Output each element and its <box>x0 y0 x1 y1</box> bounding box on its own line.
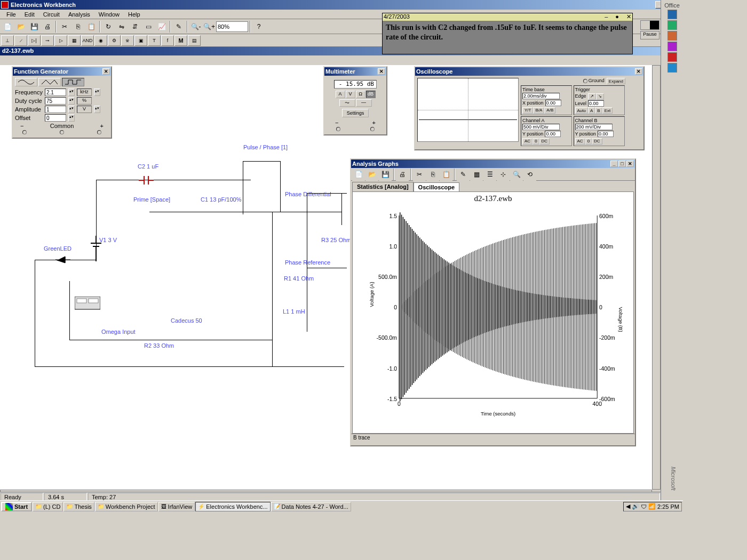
analysis-graphs-window[interactable]: Analysis Graphs _ □ ✕ 📄 📂 💾 🖨 ✂ ⎘ 📋 ✎ ▦ … <box>350 158 636 446</box>
instrument-button[interactable]: ▣ <box>134 35 147 46</box>
tray-icon[interactable]: 📶 <box>648 503 656 510</box>
common-terminal[interactable] <box>60 130 64 134</box>
amplitude-input[interactable] <box>45 106 66 113</box>
save-button[interactable]: 💾 <box>28 20 41 33</box>
sticky-note[interactable]: 4/27/2003 – ● ✕ This run is with C2 chan… <box>382 13 633 54</box>
text-button[interactable]: T <box>148 35 161 46</box>
max-icon[interactable]: □ <box>618 161 626 167</box>
paste-button[interactable]: 📋 <box>85 20 98 33</box>
tab-oscilloscope[interactable]: Oscilloscope <box>414 182 459 192</box>
menu-help[interactable]: Help <box>124 11 145 18</box>
ag-cut[interactable]: ✂ <box>413 168 426 181</box>
excel-icon[interactable] <box>667 20 677 30</box>
led-icon[interactable] <box>55 254 70 265</box>
tray-icon[interactable]: 🔊 <box>632 503 639 510</box>
vertical-scrollbar[interactable] <box>652 65 661 490</box>
mixed-button[interactable]: ▦ <box>68 35 81 46</box>
pos-terminal[interactable] <box>97 130 101 134</box>
analog-button[interactable]: ▷ <box>54 35 67 46</box>
access-icon[interactable] <box>667 42 677 51</box>
help-button[interactable]: ? <box>252 20 265 33</box>
print-button[interactable]: 🖨 <box>41 20 54 33</box>
control-button[interactable]: ⚙ <box>108 35 121 46</box>
app-icon[interactable] <box>667 52 677 62</box>
close-icon[interactable]: ✕ <box>626 161 634 167</box>
ag-restore[interactable]: ⟲ <box>523 168 536 181</box>
sticky-close-icon[interactable]: ✕ <box>626 13 631 21</box>
mm-ac-button[interactable]: 〜 <box>339 99 355 107</box>
oscilloscope-window[interactable]: Oscilloscope✕ Expand Ground Time base X … <box>414 66 645 150</box>
new-button[interactable]: 📄 <box>1 20 14 33</box>
transistor-button[interactable]: ⊸ <box>41 35 54 46</box>
task-thesis[interactable]: 📁Thesis <box>63 502 94 511</box>
close-icon[interactable]: ✕ <box>378 68 385 75</box>
task-cd[interactable]: 📁(L) CD <box>33 502 63 511</box>
ag-open[interactable]: 📂 <box>365 168 378 181</box>
instrument-icon[interactable] <box>75 297 100 311</box>
function-generator-window[interactable]: Function Generator✕ Frequency▴▾kHz▴▾ Dut… <box>12 66 112 139</box>
ag-save[interactable]: 💾 <box>379 168 392 181</box>
square-wave-button[interactable] <box>62 78 84 86</box>
offset-input[interactable] <box>45 114 66 122</box>
ag-cursor[interactable]: ⊹ <box>497 168 510 181</box>
ground-terminal[interactable] <box>583 79 587 83</box>
triangle-wave-button[interactable] <box>38 78 61 86</box>
digital-button[interactable]: AND <box>81 35 94 46</box>
copy-button[interactable]: ⎘ <box>71 20 84 33</box>
diode-button[interactable]: ▷| <box>28 35 41 46</box>
ag-print[interactable]: 🖨 <box>396 168 409 181</box>
edge-rise[interactable]: ↗ <box>588 93 596 100</box>
zoomout-button[interactable]: 🔍- <box>189 20 202 33</box>
subckt-button[interactable]: ▭ <box>142 20 155 33</box>
tray-icon[interactable]: ◀ <box>626 503 630 510</box>
ppt-icon[interactable] <box>667 31 677 41</box>
fliph-button[interactable]: ⇋ <box>115 20 128 33</box>
app2-icon[interactable] <box>667 63 677 73</box>
tab-statistics[interactable]: Statistics [Analog] <box>352 182 414 191</box>
zoomin-button[interactable]: 🔍+ <box>203 20 216 33</box>
pause-button[interactable]: Pause <box>640 31 659 39</box>
mm-pos[interactable] <box>370 127 375 131</box>
graph-button[interactable]: 📈 <box>155 20 168 33</box>
capacitor-c2-icon[interactable] <box>139 175 155 186</box>
menu-edit[interactable]: Edit <box>20 11 39 18</box>
menu-window[interactable]: Window <box>94 11 124 18</box>
task-word[interactable]: 📝Data Notes 4-27 - Word... <box>271 502 351 511</box>
word-icon[interactable] <box>667 10 677 19</box>
m-button[interactable]: M <box>174 35 187 46</box>
ag-legend[interactable]: ☰ <box>483 168 496 181</box>
task-workbench[interactable]: 📁Workbench Project <box>95 502 158 511</box>
timebase-input[interactable] <box>522 93 560 99</box>
power-switch[interactable] <box>640 20 659 30</box>
ag-grid[interactable]: ▦ <box>470 168 483 181</box>
mm-db-button[interactable]: dB <box>366 91 376 98</box>
cut-button[interactable]: ✂ <box>58 20 71 33</box>
indicator-button[interactable]: ◉ <box>94 35 107 46</box>
meter-button[interactable]: ▤ <box>188 35 201 46</box>
system-tray[interactable]: ◀ 🔊 🛡 📶 2:25 PM <box>623 502 682 511</box>
mm-volt-button[interactable]: V <box>346 91 355 98</box>
sine-wave-button[interactable] <box>15 78 37 86</box>
func-button[interactable]: f <box>161 35 174 46</box>
multimeter-window[interactable]: Multimeter✕ - 15.95 dB A V Ω dB 〜— Setti… <box>323 66 387 135</box>
menu-circuit[interactable]: Circuit <box>39 11 64 18</box>
close-icon[interactable]: ✕ <box>102 68 110 75</box>
mm-neg[interactable] <box>336 127 340 131</box>
min-icon[interactable]: _ <box>610 161 618 167</box>
ag-paste[interactable]: 📋 <box>440 168 452 181</box>
battery-v1-icon[interactable] <box>88 236 105 261</box>
duty-input[interactable] <box>45 97 66 105</box>
sticky-min-icon[interactable]: – <box>605 13 608 21</box>
edge-fall[interactable]: ↘ <box>596 93 604 100</box>
flipv-button[interactable]: ⇵ <box>129 20 141 33</box>
menu-analysis[interactable]: Analysis <box>64 11 94 18</box>
task-irfan[interactable]: 🖼IrfanView <box>158 502 195 511</box>
expand-button[interactable]: Expand <box>607 78 625 84</box>
menu-file[interactable]: File <box>2 11 20 18</box>
mm-amp-button[interactable]: A <box>336 91 345 98</box>
sticky-dot-icon[interactable]: ● <box>615 13 619 21</box>
ag-props[interactable]: ✎ <box>457 168 470 181</box>
mm-ohm-button[interactable]: Ω <box>356 91 365 98</box>
ag-zoom[interactable]: 🔍 <box>510 168 523 181</box>
probe-button[interactable]: ✎ <box>172 20 185 33</box>
